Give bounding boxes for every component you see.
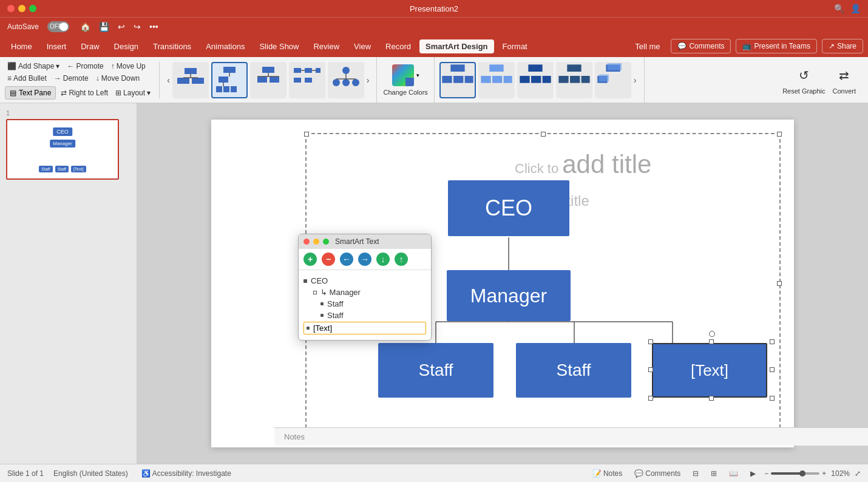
- handle-tc[interactable]: [541, 132, 546, 137]
- zoom-handle[interactable]: [799, 470, 805, 477]
- layout-item-2[interactable]: [211, 62, 248, 98]
- panel-minimize-button[interactable]: [313, 239, 319, 245]
- comments-status-button[interactable]: 💬 Comments: [631, 468, 684, 479]
- convert-button[interactable]: ⇄ Convert: [832, 66, 856, 95]
- style-3d[interactable]: [595, 62, 631, 98]
- reset-graphic-button[interactable]: ↺ Reset Graphic: [782, 66, 825, 95]
- zoom-out-icon[interactable]: −: [764, 469, 768, 478]
- undo-icon[interactable]: ↩: [118, 22, 125, 32]
- add-shape-button[interactable]: ⬛ Add Shape ▾: [5, 61, 62, 72]
- menu-smartart-design[interactable]: SmartArt Design: [419, 39, 494, 53]
- org-manager-box[interactable]: Manager: [447, 270, 571, 321]
- move-up-button[interactable]: ↑ Move Up: [109, 61, 148, 72]
- menu-insert[interactable]: Insert: [41, 39, 73, 53]
- layout-item-3[interactable]: [250, 62, 287, 98]
- handle-mr[interactable]: [777, 281, 782, 286]
- menu-design[interactable]: Design: [108, 39, 144, 53]
- panel-arrow-left-button[interactable]: ←: [340, 253, 353, 266]
- text-box-handle-tc[interactable]: [709, 339, 714, 344]
- autosave-toggle[interactable]: OFF: [47, 21, 69, 32]
- panel-arrow-up-button[interactable]: ↑: [395, 253, 408, 266]
- fit-slide-icon[interactable]: ⤢: [855, 469, 861, 478]
- zoom-slider-container[interactable]: − +: [764, 469, 826, 478]
- panel-item-manager[interactable]: ↳ Manager: [303, 287, 426, 298]
- redo-icon[interactable]: ↪: [134, 22, 141, 32]
- home-icon[interactable]: 🏠: [80, 22, 90, 32]
- style-intense[interactable]: [556, 62, 592, 98]
- menu-format[interactable]: Format: [497, 39, 534, 53]
- layout-item-1[interactable]: [172, 62, 209, 98]
- slide-sorter-button[interactable]: ⊞: [707, 468, 721, 479]
- menu-tell-me[interactable]: Tell me: [629, 39, 666, 53]
- panel-arrow-right-button[interactable]: →: [358, 253, 371, 266]
- panel-item-text[interactable]: [303, 322, 426, 334]
- save-icon[interactable]: 💾: [99, 22, 109, 32]
- panel-text-input[interactable]: [313, 324, 386, 333]
- text-box-handle-br[interactable]: [770, 396, 775, 401]
- style-subtle[interactable]: [478, 62, 515, 98]
- text-box-handle-bc[interactable]: [709, 396, 714, 401]
- styles-next-button[interactable]: ›: [631, 75, 639, 85]
- present-teams-button[interactable]: 📺 Present in Teams: [736, 39, 817, 53]
- menu-slideshow[interactable]: Slide Show: [253, 39, 305, 53]
- zoom-in-icon[interactable]: +: [822, 469, 826, 478]
- menu-home[interactable]: Home: [5, 39, 38, 53]
- color-dropdown-arrow[interactable]: ▾: [416, 72, 419, 78]
- demote-button[interactable]: → Demote: [52, 73, 91, 84]
- notes-bar[interactable]: Notes: [274, 427, 868, 446]
- window-controls[interactable]: [7, 5, 36, 12]
- share-button[interactable]: ↗ Share: [822, 39, 863, 53]
- minimize-button[interactable]: [18, 5, 25, 12]
- org-staff2-box[interactable]: Staff: [516, 343, 631, 398]
- text-box-handle-bl[interactable]: [648, 396, 653, 401]
- handle-tr[interactable]: [777, 132, 782, 137]
- style-flat[interactable]: [439, 62, 476, 98]
- menu-animations[interactable]: Animations: [200, 39, 251, 53]
- color-palette-button[interactable]: [392, 64, 414, 86]
- menu-transitions[interactable]: Transitions: [147, 39, 197, 53]
- notes-button[interactable]: 📝 Notes: [589, 468, 626, 479]
- org-ceo-box[interactable]: CEO: [448, 180, 569, 236]
- reading-view-button[interactable]: 📖: [725, 468, 742, 479]
- layout-button[interactable]: ⊞ Layout ▾: [113, 87, 153, 98]
- text-pane-button[interactable]: ▤ Text Pane: [5, 86, 56, 100]
- menu-view[interactable]: View: [348, 39, 377, 53]
- text-box-rotate-handle[interactable]: [709, 331, 715, 337]
- zoom-level[interactable]: 102%: [831, 469, 850, 478]
- promote-button[interactable]: ← Promote: [64, 61, 106, 72]
- right-to-left-button[interactable]: ⇄ Right to Left: [58, 87, 110, 98]
- text-box-handle-tr[interactable]: [770, 339, 775, 344]
- more-icon[interactable]: •••: [149, 22, 158, 32]
- text-box-handle-ml[interactable]: [648, 367, 653, 372]
- org-text-box[interactable]: [Text]: [652, 343, 767, 398]
- layouts-prev-button[interactable]: ‹: [164, 75, 172, 85]
- normal-view-button[interactable]: ⊟: [689, 468, 702, 479]
- panel-add-button[interactable]: +: [303, 253, 317, 266]
- add-shape-dropdown-icon[interactable]: ▾: [56, 62, 59, 70]
- style-moderate[interactable]: [517, 62, 554, 98]
- panel-arrow-down-button[interactable]: ↓: [376, 253, 390, 266]
- layout-item-4[interactable]: [289, 62, 325, 98]
- close-button[interactable]: [7, 5, 15, 12]
- slideshow-button[interactable]: ▶: [747, 468, 759, 479]
- text-box-handle-mr[interactable]: [770, 367, 775, 372]
- layout-dropdown-icon[interactable]: ▾: [147, 89, 151, 97]
- org-staff1-box[interactable]: Staff: [378, 343, 493, 398]
- search-icon[interactable]: 🔍: [834, 4, 844, 13]
- move-down-button[interactable]: ↓ Move Down: [93, 73, 142, 84]
- add-bullet-button[interactable]: ≡ Add Bullet: [5, 73, 49, 84]
- panel-maximize-button[interactable]: [323, 239, 329, 245]
- account-icon[interactable]: 👤: [850, 4, 861, 13]
- comments-button[interactable]: 💬 Comments: [671, 39, 731, 53]
- panel-remove-button[interactable]: −: [322, 253, 335, 266]
- panel-item-staff2[interactable]: Staff: [303, 310, 426, 321]
- zoom-slider[interactable]: [771, 472, 819, 475]
- text-box-handle-tl[interactable]: [648, 339, 653, 344]
- handle-tl[interactable]: [304, 132, 309, 137]
- panel-item-staff1[interactable]: Staff: [303, 298, 426, 310]
- maximize-button[interactable]: [29, 5, 36, 12]
- layouts-next-button[interactable]: ›: [364, 75, 372, 85]
- menu-review[interactable]: Review: [307, 39, 345, 53]
- accessibility-button[interactable]: ♿ Accessibility: Investigate: [138, 468, 235, 479]
- menu-record[interactable]: Record: [379, 39, 417, 53]
